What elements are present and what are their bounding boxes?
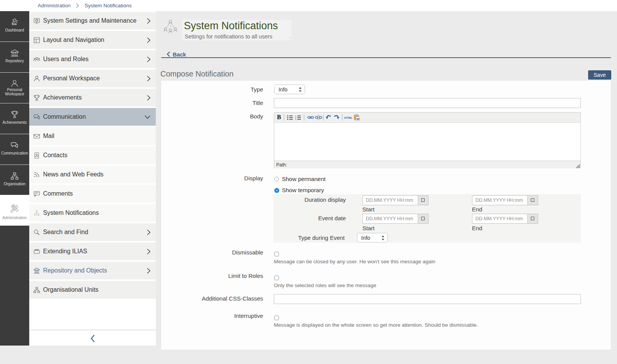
svg-text:W: W: [357, 117, 360, 121]
svg-text:3: 3: [295, 119, 296, 121]
